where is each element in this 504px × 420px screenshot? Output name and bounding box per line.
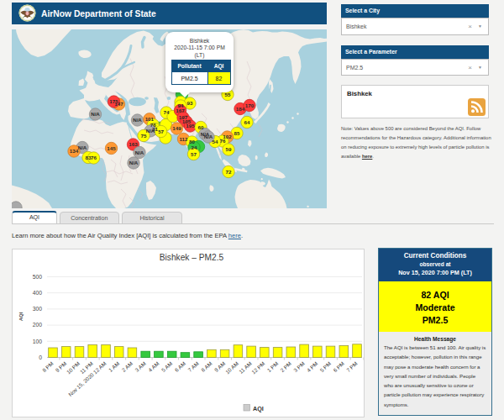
- svg-text:5 PM: 5 PM: [318, 360, 332, 373]
- svg-text:Bishkek – PM2.5: Bishkek – PM2.5: [160, 253, 224, 262]
- svg-text:N/A: N/A: [204, 134, 213, 139]
- svg-text:N/A: N/A: [135, 149, 144, 155]
- svg-text:163: 163: [129, 141, 138, 147]
- svg-text:184: 184: [236, 105, 245, 111]
- svg-text:N/A: N/A: [78, 144, 87, 150]
- svg-text:4 PM: 4 PM: [306, 360, 319, 373]
- svg-text:24: 24: [192, 144, 197, 150]
- svg-text:149: 149: [172, 125, 181, 131]
- svg-text:175: 175: [109, 98, 118, 104]
- svg-text:6 PM: 6 PM: [332, 360, 345, 373]
- svg-text:N/A: N/A: [129, 160, 139, 165]
- svg-text:59: 59: [226, 146, 232, 152]
- svg-text:1 AM: 1 AM: [108, 360, 121, 373]
- svg-text:57: 57: [191, 150, 197, 156]
- svg-text:145: 145: [107, 144, 116, 150]
- svg-text:54: 54: [213, 138, 218, 144]
- svg-text:75: 75: [141, 132, 147, 138]
- svg-text:10 PM: 10 PM: [66, 360, 81, 375]
- svg-text:76: 76: [91, 155, 97, 160]
- svg-text:AQI: AQI: [18, 312, 24, 321]
- svg-text:100: 100: [33, 339, 43, 344]
- svg-text:134: 134: [70, 148, 79, 154]
- svg-text:8 AM: 8 AM: [200, 360, 213, 373]
- svg-text:170: 170: [245, 102, 255, 108]
- svg-text:10 AM: 10 AM: [224, 360, 239, 375]
- svg-text:64: 64: [244, 118, 250, 124]
- svg-text:1 PM: 1 PM: [265, 360, 279, 373]
- svg-text:93: 93: [187, 100, 193, 106]
- svg-text:11 AM: 11 AM: [238, 360, 253, 375]
- svg-text:300: 300: [33, 306, 43, 312]
- svg-text:195: 195: [186, 123, 195, 129]
- svg-text:72: 72: [226, 168, 232, 174]
- svg-text:85: 85: [234, 129, 240, 135]
- svg-text:4 AM: 4 AM: [147, 360, 160, 373]
- svg-text:7 AM: 7 AM: [186, 360, 200, 373]
- svg-text:167: 167: [176, 107, 185, 113]
- svg-text:N/A: N/A: [91, 111, 100, 117]
- svg-text:6 AM: 6 AM: [174, 360, 187, 373]
- svg-text:57: 57: [158, 128, 164, 134]
- svg-text:60: 60: [198, 123, 204, 129]
- svg-text:3 AM: 3 AM: [134, 360, 147, 373]
- svg-text:0: 0: [39, 354, 42, 360]
- svg-text:76: 76: [220, 138, 226, 144]
- svg-text:3 PM: 3 PM: [292, 360, 306, 373]
- svg-text:2 AM: 2 AM: [121, 360, 134, 373]
- svg-text:N/A: N/A: [133, 117, 142, 123]
- svg-text:112: 112: [180, 135, 189, 141]
- svg-text:8 PM: 8 PM: [41, 360, 55, 373]
- svg-text:74: 74: [164, 109, 170, 115]
- svg-text:500: 500: [33, 274, 43, 280]
- svg-text:400: 400: [33, 290, 43, 296]
- svg-text:2 PM: 2 PM: [279, 360, 292, 373]
- svg-text:N/A: N/A: [146, 128, 155, 134]
- svg-text:12 PM: 12 PM: [250, 360, 265, 375]
- svg-text:7 PM: 7 PM: [345, 360, 359, 373]
- svg-text:AQI: AQI: [253, 405, 264, 412]
- svg-text:200: 200: [33, 322, 43, 328]
- svg-text:5 AM: 5 AM: [160, 360, 174, 373]
